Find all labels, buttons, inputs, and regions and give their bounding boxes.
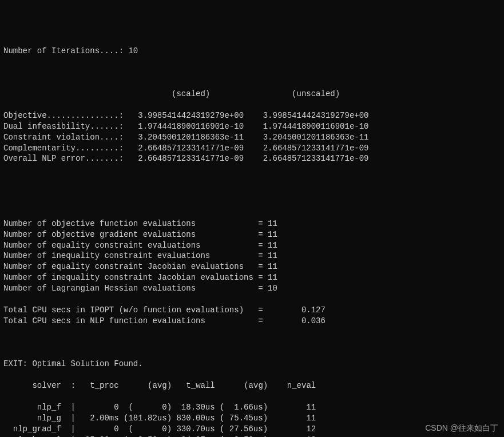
count-row: Number of objective function evaluations…	[3, 218, 501, 229]
blank	[3, 67, 501, 78]
cpu-row: Total CPU secs in NLP function evaluatio…	[3, 316, 501, 327]
count-row: Number of equality constraint evaluation…	[3, 240, 501, 251]
cpu-row: Total CPU secs in IPOPT (w/o function ev…	[3, 305, 501, 316]
solver-row: nlp_g | 2.00ms (181.82us) 830.00us ( 75.…	[3, 413, 501, 424]
count-row: Number of objective gradient evaluations…	[3, 229, 501, 240]
metric-row: Objective...............: 3.998541442431…	[3, 110, 501, 121]
header-row: (scaled) (unscaled)	[3, 89, 501, 100]
count-row: Number of equality constraint Jacobian e…	[3, 261, 501, 272]
solver-row: nlp_f | 0 ( 0) 18.30us ( 1.66us) 11	[3, 402, 501, 413]
blank	[3, 337, 501, 348]
solver-row: nlp_hess_l | 25.00ms ( 2.50ms) 24.97ms (…	[3, 435, 501, 437]
metric-row: Complementarity.........: 2.664857123314…	[3, 143, 501, 154]
metric-row: Dual infeasibility......: 1.974441890011…	[3, 121, 501, 132]
solver-header: solver : t_proc (avg) t_wall (avg) n_eva…	[3, 380, 501, 391]
exit-line: EXIT: Optimal Solution Found.	[3, 359, 501, 370]
blank	[3, 175, 501, 186]
count-row: Number of inequality constraint Jacobian…	[3, 272, 501, 283]
metric-row: Constraint violation....: 3.204500120118…	[3, 132, 501, 143]
iterations-line: Number of Iterations....: 10	[3, 46, 501, 57]
count-row: Number of inequality constraint evaluati…	[3, 251, 501, 261]
count-row: Number of Lagrangian Hessian evaluations…	[3, 283, 501, 294]
metric-row: Overall NLP error.......: 2.664857123314…	[3, 153, 501, 164]
watermark: CSDN @往来如白丁	[425, 423, 498, 434]
blank	[3, 197, 501, 208]
